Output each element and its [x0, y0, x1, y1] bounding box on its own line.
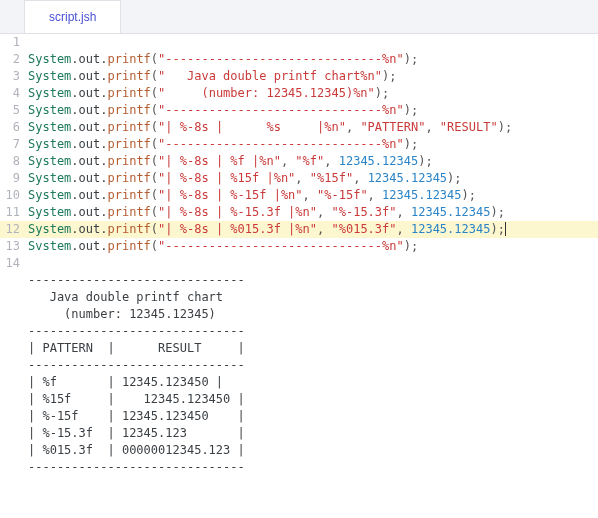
output-line: ------------------------------ — [0, 459, 598, 476]
line-number: 11 — [0, 204, 28, 221]
line-number: 7 — [0, 136, 28, 153]
code-content: System.out.printf(" (number: 12345.12345… — [28, 85, 598, 102]
output-line: ------------------------------ — [0, 357, 598, 374]
line-number: 6 — [0, 119, 28, 136]
output-line: | %15f | 12345.123450 | — [0, 391, 598, 408]
line-number: 14 — [0, 255, 28, 272]
code-line: 7 System.out.printf("-------------------… — [0, 136, 598, 153]
code-content: System.out.printf("---------------------… — [28, 51, 598, 68]
code-content: System.out.printf("---------------------… — [28, 102, 598, 119]
code-content: System.out.printf(" Java double printf c… — [28, 68, 598, 85]
line-number: 2 — [0, 51, 28, 68]
output-line: | %015.3f | 00000012345.123 | — [0, 442, 598, 459]
code-line: 8 System.out.printf("| %-8s | %f |%n", "… — [0, 153, 598, 170]
code-content: System.out.printf("| %-8s | %15f |%n", "… — [28, 170, 598, 187]
code-editor[interactable]: 1 2 System.out.printf("-----------------… — [0, 34, 598, 518]
line-number: 4 — [0, 85, 28, 102]
code-line: 11 System.out.printf("| %-8s | %-15.3f |… — [0, 204, 598, 221]
code-line: 3 System.out.printf(" Java double printf… — [0, 68, 598, 85]
line-number: 12 — [0, 221, 28, 238]
output-line: ------------------------------ — [0, 323, 598, 340]
code-line: 9 System.out.printf("| %-8s | %15f |%n",… — [0, 170, 598, 187]
output-line: | %f | 12345.123450 | — [0, 374, 598, 391]
line-number: 1 — [0, 34, 28, 51]
line-number: 5 — [0, 102, 28, 119]
tab-bar: script.jsh — [0, 0, 598, 34]
output-line: (number: 12345.12345) — [0, 306, 598, 323]
code-line: 6 System.out.printf("| %-8s | %s |%n", "… — [0, 119, 598, 136]
output-line: Java double printf chart — [0, 289, 598, 306]
code-line: 5 System.out.printf("-------------------… — [0, 102, 598, 119]
line-number: 9 — [0, 170, 28, 187]
code-content: System.out.printf("| %-8s | %015.3f |%n"… — [28, 221, 598, 238]
code-line: 4 System.out.printf(" (number: 12345.123… — [0, 85, 598, 102]
code-line: 10 System.out.printf("| %-8s | %-15f |%n… — [0, 187, 598, 204]
output-line: | PATTERN | RESULT | — [0, 340, 598, 357]
tab-label: script.jsh — [49, 10, 96, 24]
code-line: 1 — [0, 34, 598, 51]
line-number: 10 — [0, 187, 28, 204]
code-content: System.out.printf("| %-8s | %-15.3f |%n"… — [28, 204, 598, 221]
code-content: System.out.printf("| %-8s | %-15f |%n", … — [28, 187, 598, 204]
code-content: System.out.printf("| %-8s | %f |%n", "%f… — [28, 153, 598, 170]
code-content: Svstem.out.printf("---------------------… — [28, 238, 598, 255]
line-number: 8 — [0, 153, 28, 170]
code-line: 14 — [0, 255, 598, 272]
line-number: 13 — [0, 238, 28, 255]
output-line: ------------------------------ — [0, 272, 598, 289]
output-line: | %-15.3f | 12345.123 | — [0, 425, 598, 442]
output-line: | %-15f | 12345.123450 | — [0, 408, 598, 425]
code-line-highlighted: 12 System.out.printf("| %-8s | %015.3f |… — [0, 221, 598, 238]
code-content: System.out.printf("| %-8s | %s |%n", "PA… — [28, 119, 598, 136]
tab-script[interactable]: script.jsh — [24, 0, 121, 33]
code-line: 13 Svstem.out.printf("------------------… — [0, 238, 598, 255]
code-line: 2 System.out.printf("-------------------… — [0, 51, 598, 68]
code-content: System.out.printf("---------------------… — [28, 136, 598, 153]
line-number: 3 — [0, 68, 28, 85]
